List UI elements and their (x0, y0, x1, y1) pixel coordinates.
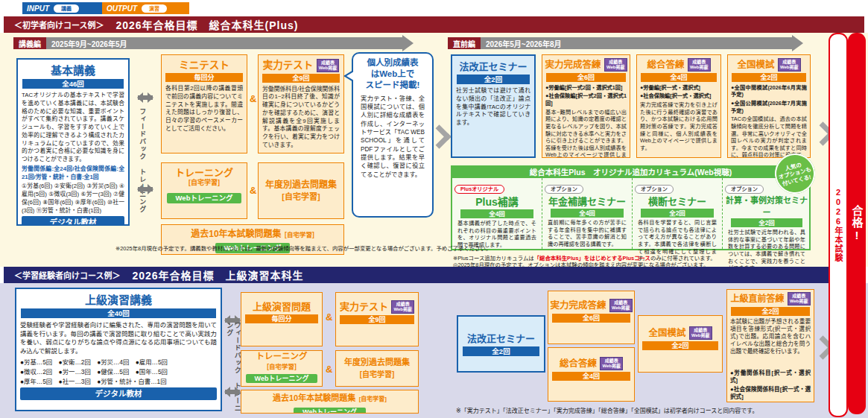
score-web-badge-line2: Web掲載 (393, 307, 412, 311)
national-mock2-count-badge: 全2回 (642, 341, 718, 350)
completion-drill2-count-badge: 全6回 (552, 314, 630, 323)
web-training-wrap: Webトレーニング (162, 190, 247, 203)
exam-bar: 2026年本試験 (829, 33, 848, 417)
yearly-past-exam2-title: 年度別過去問題集 (344, 358, 410, 367)
pension-seminar-description: 直前期に毎年多くの方が苦手にする年金科目を集中的に補講することで、苦手意識の解消… (545, 218, 630, 249)
ability-test-title: 実力テスト (263, 60, 314, 71)
score-web-badge: 成績表Web掲載 (391, 300, 414, 314)
final-phase-label: 直前編 (448, 37, 481, 49)
yearly-past-exam2-subtitle: [自宅学習] (360, 368, 395, 379)
double-arrow-icon (138, 187, 153, 191)
national-mock-bullet1: ●全国中間模試(2026年6月実施予定) (728, 83, 810, 99)
cross-seminar-title: 横断セミナー (635, 194, 720, 208)
advanced-question-count-badge: 毎回分 (245, 314, 318, 323)
comprehensive-drill-count-badge: 全4回 (641, 73, 717, 82)
score-web-badge-line1: 成績表 (605, 358, 618, 363)
training-box: トレーニング [自宅学習] Webトレーニング (161, 162, 247, 219)
past10-exam2-title: 過去10年本試験問題集 (273, 393, 355, 402)
national-mock-count-badge: 全2回 (732, 73, 806, 82)
plus-hokou-count-badge: 全4回 (460, 209, 533, 218)
completion-drill-count-badge: 全6回 (546, 73, 626, 82)
advanced-lecture-count-badge: 全40回 (21, 308, 216, 318)
double-arrow-icon (225, 390, 240, 394)
legend-input-label: INPUT (27, 4, 49, 13)
law-revision2-count-badge: 全2回 (463, 346, 539, 356)
cross-seminar-column: オプション 横断セミナー 全2回 各科目を学習すると、同じ言葉で括られる論点でも… (632, 178, 722, 249)
advanced-question-box: 上級演習問題 毎回分 (241, 292, 323, 346)
advanced-course-type: ＜学習経験者向けコース例＞ (14, 269, 120, 281)
comprehensive-drill2-box: 総合答練 成績表Web掲載 全4回 (548, 347, 635, 402)
score-web-badge: 成績表Web掲載 (689, 326, 712, 340)
training2-title: トレーニング (241, 352, 322, 361)
training2-subtitle: [自宅学習] (241, 361, 322, 370)
advanced-final-drill-count-badge: 全2回 (731, 307, 810, 316)
completion-drill2-title-row: 実力完成答練 成績表Web掲載 (548, 297, 634, 312)
mini-test-count-badge: 毎回分 (165, 73, 243, 82)
ability-test2-title-row: 実力テスト 成績表Web掲載 (336, 299, 418, 314)
curriculum-flyer: INPUT 講義 OUTPUT 演習 ＜初学者向けコース例＞ 2026年合格目標… (0, 0, 868, 418)
feedback-training-label: フィードバック トレーニング (139, 108, 146, 213)
beginner-course-title: 2026年合格目標 総合本科生(Plus) (115, 17, 298, 32)
comprehensive-drill-bullet1: ●労働編[択一式・選択式] (637, 83, 720, 92)
advanced-final-drill-title-row: 上級直前答練 成績表Web掲載 (727, 291, 814, 305)
basic-lecture-breakdown-head: 労働関係編:全24回/社会保険関係編:全21回/労管・統計・白書:全1回 (18, 165, 128, 183)
digital-material-button: デジタル教材 (22, 216, 124, 226)
legend-output-label: OUTPUT (107, 4, 137, 13)
legend-output-tag: 演習 (142, 4, 167, 13)
beginner-course-type: ＜初学者向けコース例＞ (14, 19, 104, 31)
calc-case-seminar-title: 計算・事例対策セミナー (725, 194, 808, 218)
advanced-final-drill-title: 上級直前答練 (730, 294, 784, 304)
score-web-badge-line2: Web掲載 (612, 305, 630, 310)
basic-lecture-count-badge: 全46回 (22, 79, 124, 89)
advanced-question-title: 上級演習問題 (241, 299, 322, 313)
score-web-badge-line1: 成績表 (396, 302, 410, 306)
advanced-final-drill-description: 本試験に出題が予想される重要項目を答練形式(択一式・選択式)で出題。応用論点を含… (727, 317, 814, 357)
mini-test-box: ミニテスト 毎回分 各科目第2回以降の講義冒頭で前回の講義内容についてミニテスト… (161, 54, 247, 153)
national-mock2-title-row: 全国模試 成績表Web掲載 (639, 325, 722, 340)
yearly-past-exam-box: 年度別過去問題集 [自宅学習] (258, 162, 344, 219)
ability-test-count-badge: 全9回 (262, 74, 340, 83)
training-subtitle: [自宅学習] (162, 177, 247, 187)
national-mock2-box: 全国模試 成績表Web掲載 全2回 (638, 315, 723, 373)
final-phase-bar: 直前編 2026年5月~2026年8月 (448, 37, 792, 49)
pass-bar-label: 合格! (849, 205, 865, 242)
plus-original-tag: Plusオリジナル (454, 185, 504, 194)
yearly-past-exam-title: 年度別過去問題集 (265, 180, 337, 190)
basic-lecture-title: 基本講義 (18, 62, 128, 77)
law-revision-seminar-box: 法改正セミナー 全2回 社労士試験では避けて通れない頻出の「法改正」論点を集中講… (451, 54, 536, 158)
national-mock2-title: 全国模試 (648, 328, 685, 338)
calc-case-seminar-description: 社労士試験で近年問われる、具体的な事案に基づいて年齢や年数を計算する必要のある問… (725, 228, 808, 273)
option-tag: オプション (635, 185, 674, 194)
option-tag: オプション (545, 185, 583, 194)
ampersand: & (250, 185, 256, 196)
ampersand: & (250, 93, 256, 104)
lecture-phase-label: 講義編 (13, 37, 46, 49)
national-mock-title: 全国模試 (737, 60, 774, 70)
ability-test-box: 実力テスト 成績表Web掲載 全9回 労働関係科目/社会保険関係科目の1~2科目… (258, 54, 344, 153)
plus-hokou-title: Plus補講 (454, 194, 539, 209)
score-web-badge-line1: 成績表 (694, 328, 707, 332)
ability-test-title-row: 実力テスト 成績表Web掲載 (259, 57, 343, 72)
advanced-breakdown-row2: ●徴収…2回 ●労一…3回 ●健保…5回 ●国年…5回 (16, 367, 221, 377)
score-web-badge-line1: 成績表 (692, 60, 706, 64)
score-web-badge: 成績表Web掲載 (778, 58, 801, 72)
score-bubble-body: 実力テスト・答練、全国模試については、個人別に詳細な成績表を作成し、インターネッ… (357, 93, 428, 180)
basic-lecture-box: 基本講義 全46回 TACオリジナルの基本テキストで学習を進めていく基本講義には… (16, 58, 130, 226)
final-phase-period: 2026年5月~2026年8月 (486, 38, 561, 49)
web-training-badge: Webトレーニング (246, 374, 318, 383)
comprehensive-drill2-title-row: 総合答練 成績表Web掲載 (548, 355, 634, 370)
pension-seminar-title: 年金補講セミナー (545, 194, 630, 208)
score-bubble-title: 個人別成績表 はWeb上で スピード掲載! (357, 57, 428, 91)
national-mock-description: TACの全国模試は、過去の本試験傾向を徹底分析して問題を精選。非常に高いクオリテ… (728, 115, 810, 158)
law-revision2-title: 法改正セミナー (458, 331, 544, 345)
plus-curriculum-box: 総合本科生Plus オリジナル追加カリキュラム(Web視聴) Plusオリジナル… (451, 165, 811, 250)
score-web-badge-line2: Web掲載 (790, 299, 808, 303)
score-web-badge-line1: 成績表 (614, 300, 627, 305)
score-web-badge-line2: Web掲載 (606, 65, 625, 69)
comprehensive-drill-description: 実力完成答練で実力を引き上げた後に行う最終確認の演習であり、かつ本試験における応… (637, 101, 720, 152)
completion-drill-bullet2: ●社会保険編[択一式2回・選択式1回] (542, 92, 630, 107)
completion-drill-bullet1: ●労働編[択一式2回・選択式1回] (542, 83, 630, 92)
pass-bar: 合格! (848, 33, 866, 414)
legend-output: OUTPUT 演習 (102, 2, 189, 14)
legend-input-tag: 講義 (54, 4, 79, 13)
